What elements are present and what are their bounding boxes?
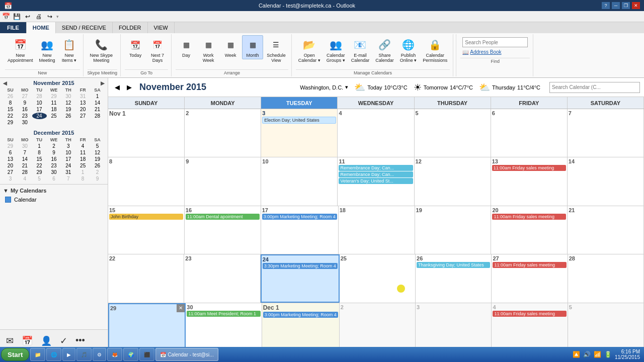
tray-battery-icon[interactable]: 🔋 (604, 351, 612, 358)
calendar-permissions-button[interactable]: 🔒 CalendarPermissions (420, 35, 450, 64)
mini-date[interactable]: 7 (61, 175, 75, 182)
cal-cell-nov5[interactable]: 5 (415, 109, 491, 157)
mini-date[interactable]: 20 (75, 106, 90, 113)
cal-cell-nov16[interactable]: 16 11:00am Dental apointment (185, 206, 261, 254)
mini-date[interactable]: 10 (32, 100, 47, 106)
mini-date[interactable]: 18 (75, 156, 90, 162)
mini-date[interactable]: 27 (3, 169, 18, 175)
mini-date[interactable]: 28 (90, 113, 105, 119)
more-icon[interactable]: ••• (73, 333, 87, 348)
cal-cell-nov28[interactable]: 28 (568, 254, 644, 302)
cal-cell-nov15[interactable]: 15 John Birthday (108, 206, 185, 254)
mini-date[interactable]: 11 (47, 100, 61, 106)
mini-date[interactable]: 30 (18, 143, 32, 149)
help-button[interactable]: ? (602, 2, 610, 9)
mini-date[interactable]: 14 (90, 100, 105, 106)
mini-date[interactable]: 28 (32, 93, 47, 100)
mini-date[interactable]: 19 (61, 106, 75, 113)
cal-cell-nov18[interactable]: 18 (339, 206, 415, 254)
mini-date-1[interactable]: 1 (90, 93, 105, 100)
cal-cell-nov3[interactable]: 3 Election Day; United States (261, 109, 338, 157)
save-button[interactable]: 💾 (12, 12, 21, 21)
next-month-button[interactable]: ▶ (124, 82, 134, 93)
mini-date[interactable]: 29 (3, 143, 18, 149)
mini-date[interactable]: 6 (3, 149, 18, 156)
cal-event[interactable]: Thanksgiving Day; United States (417, 262, 490, 268)
cal-event[interactable]: 3:30pm Marketing Meeting; Room 4 (263, 263, 338, 269)
cal-event[interactable]: 11:00am Meet President; Room 1 (187, 311, 260, 317)
mini-date[interactable]: 9 (47, 149, 61, 156)
cal-event[interactable]: 3:00pm Marketing Meeting; Room 4 (263, 312, 338, 318)
mini-date[interactable]: 8 (3, 100, 18, 106)
cal-cell-dec2[interactable]: 2 (340, 303, 416, 351)
share-calendar-button[interactable]: 🔗 ShareCalendar (373, 35, 396, 64)
mini-date[interactable]: 29 (32, 169, 47, 175)
mini-date[interactable]: 16 (18, 106, 32, 113)
mini-date[interactable]: 23 (47, 162, 61, 169)
cal-cell-nov10[interactable]: 10 (261, 157, 338, 205)
taskbar-settings-button[interactable]: ⚙ (93, 348, 106, 361)
mini-date[interactable]: 12 (61, 100, 75, 106)
week-button[interactable]: ▦ Week (220, 35, 241, 59)
mini-date[interactable]: 29 (3, 119, 18, 126)
cal-cell-nov17[interactable]: 17 3:00pm Marketing Meeting; Room 4 (261, 206, 339, 254)
nov-prev-button[interactable]: ◀ (3, 80, 7, 86)
mini-date[interactable]: 26 (61, 113, 75, 119)
nov-next-button[interactable]: ▶ (101, 80, 105, 86)
mini-date[interactable]: 9 (18, 100, 32, 106)
mini-date[interactable]: 4 (18, 175, 32, 182)
publish-online-button[interactable]: 🌐 PublishOnline ▾ (397, 35, 420, 64)
cal-cell-dec1[interactable]: Dec 1 3:00pm Marketing Meeting; Room 4 (262, 303, 340, 351)
cal-event[interactable]: Election Day; United States (262, 117, 336, 124)
cal-event[interactable]: 11:00am Friday sales meeting (492, 165, 566, 171)
mini-date-today[interactable]: 24 (32, 113, 47, 119)
calendar-item[interactable]: Calendar (3, 196, 105, 204)
tray-volume-icon[interactable]: 📶 (594, 351, 601, 358)
cal-event[interactable]: 11:00am Friday sales meeting (492, 214, 566, 220)
mini-date[interactable] (90, 119, 105, 126)
cal-cell-nov21[interactable]: 21 (568, 206, 644, 254)
mini-date[interactable] (47, 119, 61, 126)
taskbar-ie-button[interactable]: 🌐 (46, 348, 61, 361)
cal-cell-nov25[interactable]: 25 (340, 254, 416, 302)
mini-date[interactable]: 1 (32, 143, 47, 149)
taskbar-apps-button[interactable]: ⬛ (139, 348, 154, 361)
new-appointment-button[interactable]: 📅 NewAppointment (5, 35, 36, 64)
mini-date[interactable]: 5 (32, 175, 47, 182)
mini-date[interactable]: 2 (47, 143, 61, 149)
mini-date[interactable]: 31 (75, 93, 90, 100)
mini-date[interactable]: 31 (61, 169, 75, 175)
mini-date[interactable]: 15 (3, 106, 18, 113)
next7days-button[interactable]: 📅 Next 7Days (147, 35, 168, 64)
mini-date[interactable]: 17 (32, 106, 47, 113)
day-view-button[interactable]: ▦ Day (176, 35, 197, 59)
mini-date[interactable]: 12 (90, 149, 105, 156)
cal-cell-nov26[interactable]: 26 Thanksgiving Day; United States (416, 254, 492, 302)
taskbar-music-button[interactable]: 🎵 (76, 348, 92, 361)
mini-date[interactable] (75, 119, 90, 126)
mini-date[interactable]: 21 (90, 106, 105, 113)
today-button[interactable]: 📆 Today (125, 35, 146, 59)
month-button[interactable]: ▦ Month (242, 35, 263, 59)
cal-cell-dec4[interactable]: 4 11:00am Friday sales meeting (492, 303, 568, 351)
new-event-close[interactable]: ✕ (177, 304, 185, 312)
search-people-input[interactable] (462, 37, 528, 47)
mini-date[interactable]: 1 (75, 169, 90, 175)
mini-date[interactable]: 22 (32, 162, 47, 169)
mini-date[interactable]: 15 (32, 156, 47, 162)
mini-date[interactable]: 11 (75, 149, 90, 156)
open-calendar-button[interactable]: 📂 OpenCalendar ▾ (296, 35, 323, 64)
cal-cell-nov6[interactable]: 6 (491, 109, 568, 157)
taskbar-chrome-button[interactable]: 🌍 (123, 348, 138, 361)
cal-cell-nov20[interactable]: 20 11:00am Friday sales meeting (491, 206, 568, 254)
work-week-button[interactable]: ▦ WorkWeek (198, 35, 219, 64)
mini-date[interactable]: 28 (18, 169, 32, 175)
location-selector[interactable]: Washington, D.C. ▾ (300, 82, 348, 93)
mini-date[interactable]: 16 (47, 156, 61, 162)
taskbar-media-button[interactable]: ▶ (62, 348, 75, 361)
mini-date[interactable]: 7 (18, 149, 32, 156)
email-calendar-button[interactable]: 📧 E-mailCalendar (349, 35, 372, 64)
calendar-groups-button[interactable]: 👥 CalendarGroups ▾ (324, 35, 348, 64)
mini-date[interactable]: 4 (75, 143, 90, 149)
minimize-button[interactable]: ─ (612, 2, 620, 9)
